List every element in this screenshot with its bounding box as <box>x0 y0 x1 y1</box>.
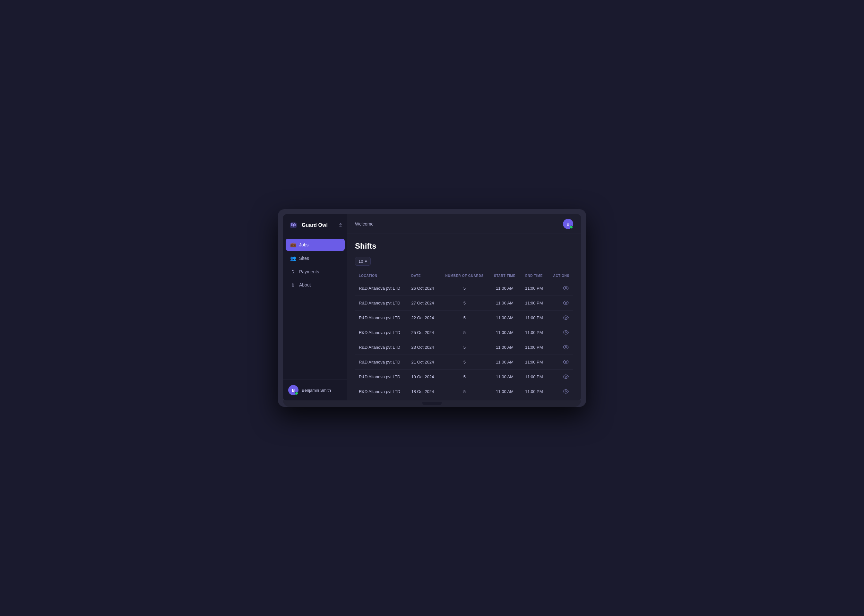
cell-actions <box>548 355 573 369</box>
table-row: R&D Altanova pvt LTD 22 Oct 2024 5 11:00… <box>355 311 573 325</box>
cell-actions <box>548 369 573 384</box>
sidebar: Guard Owl ⏱ 💼 Jobs 👥 Sites 🗓 Payments <box>283 214 347 401</box>
cell-date: 19 Oct 2024 <box>407 369 440 384</box>
cell-start: 11:00 AM <box>489 369 520 384</box>
cell-guards: 5 <box>440 340 489 355</box>
view-button[interactable] <box>562 388 570 395</box>
view-button[interactable] <box>562 344 570 350</box>
cell-end: 11:00 PM <box>520 384 548 399</box>
svg-point-14 <box>565 391 567 392</box>
sidebar-item-jobs-label: Jobs <box>299 242 309 247</box>
cell-actions <box>548 399 573 401</box>
svg-point-9 <box>565 317 567 319</box>
cell-end: 11:00 PM <box>520 369 548 384</box>
cell-actions <box>548 281 573 296</box>
col-end: END TIME <box>520 271 548 281</box>
view-button[interactable] <box>562 314 570 321</box>
cell-start: 11:00 AM <box>489 384 520 399</box>
table-row: R&D Altanova pvt LTD 23 Oct 2024 5 11:00… <box>355 340 573 355</box>
svg-point-7 <box>565 288 567 289</box>
cell-end: 11:00 PM <box>520 311 548 325</box>
main-content: Welcome B Shifts 10 ▾ LOCATI <box>347 214 581 401</box>
cell-guards: 5 <box>440 296 489 311</box>
page-title: Shifts <box>355 242 573 251</box>
chevron-down-icon: ▾ <box>365 259 367 264</box>
cell-actions <box>548 311 573 325</box>
view-button[interactable] <box>562 329 570 336</box>
cell-start: 11:00 AM <box>489 281 520 296</box>
cell-location: R&D Altanova pvt LTD <box>355 399 407 401</box>
calendar-icon: 🗓 <box>290 269 296 274</box>
table-row: R&D Altanova pvt LTD 26 Oct 2024 5 11:00… <box>355 281 573 296</box>
sidebar-nav: 💼 Jobs 👥 Sites 🗓 Payments ℹ About <box>283 236 347 380</box>
table-row: R&D Altanova pvt LTD 20 Oct 2024 5 11:00… <box>355 399 573 401</box>
cell-guards: 5 <box>440 399 489 401</box>
laptop-notch <box>422 402 442 405</box>
per-page-select[interactable]: 10 ▾ <box>355 257 371 266</box>
cell-actions <box>548 384 573 399</box>
cell-end: 11:00 PM <box>520 296 548 311</box>
sidebar-item-sites-label: Sites <box>299 256 309 261</box>
cell-date: 20 Oct 2024 <box>407 399 440 401</box>
col-actions: ACTIONS <box>548 271 573 281</box>
sidebar-item-payments[interactable]: 🗓 Payments <box>286 266 345 278</box>
cell-location: R&D Altanova pvt LTD <box>355 325 407 340</box>
app-name: Guard Owl <box>302 222 328 228</box>
top-user-avatar[interactable]: B <box>563 219 573 229</box>
cell-location: R&D Altanova pvt LTD <box>355 369 407 384</box>
cell-location: R&D Altanova pvt LTD <box>355 355 407 369</box>
sidebar-logo: Guard Owl ⏱ <box>283 214 347 236</box>
col-location: LOCATION <box>355 271 407 281</box>
cell-guards: 5 <box>440 384 489 399</box>
laptop-base <box>283 401 581 407</box>
cell-actions <box>548 340 573 355</box>
view-button[interactable] <box>562 358 570 365</box>
table-row: R&D Altanova pvt LTD 27 Oct 2024 5 11:00… <box>355 296 573 311</box>
col-start: START TIME <box>489 271 520 281</box>
cell-start: 11:00 AM <box>489 325 520 340</box>
cell-date: 26 Oct 2024 <box>407 281 440 296</box>
sidebar-item-about[interactable]: ℹ About <box>286 279 345 291</box>
col-guards: NUMBER OF GUARDS <box>440 271 489 281</box>
per-page-value: 10 <box>359 259 363 264</box>
cell-date: 21 Oct 2024 <box>407 355 440 369</box>
cell-date: 25 Oct 2024 <box>407 325 440 340</box>
svg-point-10 <box>565 332 567 333</box>
cell-date: 18 Oct 2024 <box>407 384 440 399</box>
table-row: R&D Altanova pvt LTD 19 Oct 2024 5 11:00… <box>355 369 573 384</box>
view-button[interactable] <box>562 373 570 380</box>
sidebar-item-payments-label: Payments <box>299 269 319 274</box>
cell-location: R&D Altanova pvt LTD <box>355 340 407 355</box>
cell-start: 11:00 AM <box>489 399 520 401</box>
laptop-shell: Guard Owl ⏱ 💼 Jobs 👥 Sites 🗓 Payments <box>278 209 586 407</box>
table-row: R&D Altanova pvt LTD 21 Oct 2024 5 11:00… <box>355 355 573 369</box>
cell-guards: 5 <box>440 355 489 369</box>
cell-actions <box>548 296 573 311</box>
sidebar-item-sites[interactable]: 👥 Sites <box>286 252 345 264</box>
view-button[interactable] <box>562 284 570 292</box>
cell-location: R&D Altanova pvt LTD <box>355 384 407 399</box>
view-button[interactable] <box>562 299 570 306</box>
col-date: DATE <box>407 271 440 281</box>
cell-end: 11:00 PM <box>520 399 548 401</box>
cell-location: R&D Altanova pvt LTD <box>355 311 407 325</box>
cell-date: 23 Oct 2024 <box>407 340 440 355</box>
info-icon: ℹ <box>290 282 296 288</box>
cell-location: R&D Altanova pvt LTD <box>355 296 407 311</box>
cell-start: 11:00 AM <box>489 296 520 311</box>
people-icon: 👥 <box>290 255 296 261</box>
sidebar-item-jobs[interactable]: 💼 Jobs <box>286 239 345 251</box>
app-container: Guard Owl ⏱ 💼 Jobs 👥 Sites 🗓 Payments <box>283 214 581 401</box>
svg-point-11 <box>565 347 567 348</box>
cell-guards: 5 <box>440 311 489 325</box>
sidebar-item-about-label: About <box>299 282 311 288</box>
svg-point-13 <box>565 376 567 378</box>
cell-start: 11:00 AM <box>489 340 520 355</box>
cell-date: 27 Oct 2024 <box>407 296 440 311</box>
svg-point-12 <box>565 361 567 363</box>
cell-end: 11:00 PM <box>520 281 548 296</box>
cell-start: 11:00 AM <box>489 311 520 325</box>
clock-icon: ⏱ <box>338 223 343 228</box>
table-controls: 10 ▾ <box>355 257 573 266</box>
table-row: R&D Altanova pvt LTD 18 Oct 2024 5 11:00… <box>355 384 573 399</box>
